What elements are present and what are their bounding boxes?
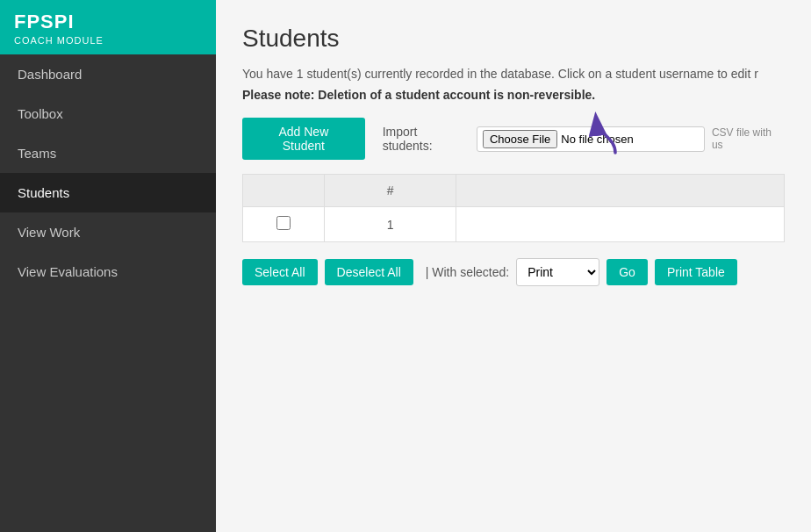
data-table: # 1 bbox=[242, 174, 785, 242]
table-row: 1 bbox=[243, 207, 785, 242]
select-all-button[interactable]: Select All bbox=[242, 259, 318, 285]
sidebar-subtitle: COACH MODULE bbox=[14, 35, 202, 46]
table-header-num: # bbox=[325, 175, 456, 207]
bottom-bar: Select All Deselect All | With selected:… bbox=[242, 258, 785, 286]
row-extra bbox=[456, 207, 785, 242]
row-checkbox-cell bbox=[243, 207, 325, 242]
page-title: Students bbox=[242, 25, 785, 53]
add-new-student-button[interactable]: Add New Student bbox=[242, 118, 365, 160]
import-label: Import students: bbox=[383, 125, 470, 153]
warning-text: Please note: Deletion of a student accou… bbox=[242, 88, 785, 102]
sidebar-item-view-evaluations[interactable]: View Evaluations bbox=[0, 252, 216, 291]
sidebar: FPSPI COACH MODULE DashboardToolboxTeams… bbox=[0, 0, 216, 532]
info-text: You have 1 student(s) currently recorded… bbox=[242, 67, 785, 81]
action-bar: Add New Student Import students: CSV fil… bbox=[242, 118, 785, 160]
sidebar-header: FPSPI COACH MODULE bbox=[0, 0, 216, 54]
sidebar-item-view-work[interactable]: View Work bbox=[0, 212, 216, 252]
table-header-extra bbox=[456, 175, 785, 207]
file-input[interactable] bbox=[477, 126, 705, 152]
sidebar-logo: FPSPI bbox=[14, 11, 202, 33]
sidebar-item-dashboard[interactable]: Dashboard bbox=[0, 54, 216, 94]
table-header-checkbox bbox=[243, 175, 325, 207]
sidebar-item-students[interactable]: Students bbox=[0, 173, 216, 212]
deselect-all-button[interactable]: Deselect All bbox=[325, 259, 413, 285]
csv-hint: CSV file with us bbox=[712, 126, 785, 151]
row-checkbox[interactable] bbox=[276, 216, 291, 230]
sidebar-item-toolbox[interactable]: Toolbox bbox=[0, 94, 216, 133]
file-input-wrapper bbox=[477, 126, 705, 152]
print-select[interactable]: PrintDelete bbox=[516, 258, 599, 286]
nav-items-container: DashboardToolboxTeamsStudentsView WorkVi… bbox=[0, 54, 216, 291]
table-body: 1 bbox=[243, 207, 785, 242]
main-content: Students You have 1 student(s) currently… bbox=[216, 0, 811, 532]
with-selected-label: | With selected: bbox=[426, 265, 509, 279]
print-table-button[interactable]: Print Table bbox=[655, 259, 737, 285]
sidebar-item-teams[interactable]: Teams bbox=[0, 133, 216, 173]
row-number: 1 bbox=[325, 207, 456, 242]
go-button[interactable]: Go bbox=[606, 259, 648, 285]
